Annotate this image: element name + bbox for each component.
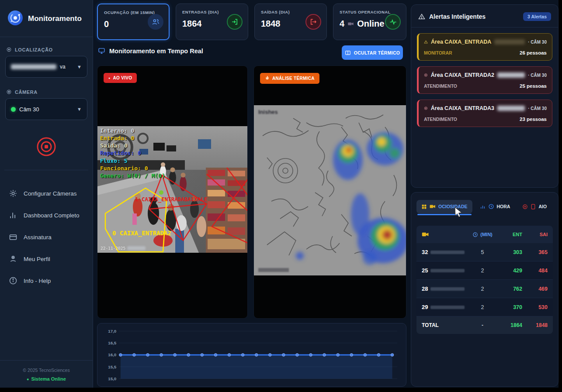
stat-card-entradas[interactable]: ENTRADAS (DIA) 1864 — [176, 3, 248, 40]
y-tick-label: 16,5 — [108, 340, 116, 345]
idleness-panel: OCIOSIDADE HORA AIO (MIN) ENT SAI 32 — [411, 192, 559, 387]
data-point — [323, 354, 326, 357]
sidebar-item-configurar-cameras[interactable]: Configurar Câmeras — [0, 182, 93, 204]
copyright-text: © 2025 TecnoSciences — [0, 368, 93, 373]
alert-status: MONITORAR — [424, 50, 452, 55]
user-icon — [9, 254, 17, 263]
data-point — [119, 354, 122, 357]
table-row[interactable]: 25 2 429 484 — [416, 261, 553, 280]
stat-card-ocupacao[interactable]: OCUPAÇÃO (EM 15MIN) 0 — [97, 3, 170, 40]
y-tick-label: 15,5 — [108, 364, 116, 369]
thermal-scene — [254, 105, 406, 275]
camera-number: 32 — [422, 249, 428, 255]
alert-people-count: 26 pessoas — [520, 50, 547, 55]
screen-edge — [0, 388, 562, 392]
y-tick-label: 17,0 — [108, 329, 116, 334]
total-ent: 1864 — [495, 322, 522, 328]
thermal-overlay-text: Inishes — [258, 109, 278, 115]
sidebar: Monitoramento LOCALIZAÇÃO va ▼ CÂMERA Câ… — [0, 0, 93, 388]
data-point — [337, 354, 340, 357]
alert-item-caixa-entrada2[interactable]: Área CAIXA_ENTRADA2 · CÂM 30 ATENDIMENTO… — [417, 66, 552, 94]
alert-people-count: 23 pessoas — [520, 117, 547, 122]
y-tick-label: 15,0 — [108, 376, 116, 381]
col-header-min: (MIN) — [480, 232, 493, 237]
data-point — [350, 354, 353, 357]
cell-ent: 303 — [495, 249, 522, 255]
live-video-frame: 0 CAIXA_ENTRADA2 1 CAIXA_ENTRADABAIXALE … — [97, 126, 247, 253]
location-pin-icon — [6, 47, 12, 52]
record-target-icon — [35, 135, 58, 158]
data-point — [187, 354, 190, 357]
data-point — [173, 354, 177, 357]
live-badge: AO VIVO — [104, 73, 137, 83]
sidebar-item-label: Configurar Câmeras — [24, 190, 77, 197]
stat-card-status[interactable]: STATUS OPERACIONAL 4 Online — [333, 3, 406, 40]
redacted-text — [430, 306, 465, 309]
credit-card-icon — [9, 233, 17, 241]
data-point — [377, 354, 380, 357]
table-row[interactable]: 32 5 303 365 — [416, 243, 553, 261]
osd-line: Entrada: 0 — [100, 134, 165, 142]
sidebar-item-meu-perfil[interactable]: Meu Perfil — [0, 248, 93, 270]
grid-icon — [421, 204, 427, 210]
activity-icon — [385, 14, 401, 30]
camera-label: CÂMERA — [6, 89, 87, 95]
y-tick-label: 16,0 — [108, 352, 116, 357]
sidebar-footer: © 2025 TecnoSciences Sistema Online — [0, 360, 93, 382]
live-video-panel[interactable]: AO VIVO — [97, 65, 248, 319]
data-point — [133, 354, 136, 357]
osd-line: Fluxo: 5 — [100, 157, 165, 165]
flame-icon — [265, 76, 270, 81]
brand-logo-icon — [7, 10, 24, 28]
sidebar-item-dashboard-completo[interactable]: Dashboard Completo — [0, 204, 93, 226]
camera-select[interactable]: Câm 30 ▼ — [5, 98, 87, 120]
alerts-count-badge: 3 Alertas — [523, 12, 551, 21]
tab-aio[interactable]: AIO — [517, 200, 552, 213]
location-select[interactable]: va ▼ — [5, 56, 87, 78]
data-point — [282, 354, 285, 357]
osd-line: Funcionario: 0 — [100, 165, 165, 172]
stat-label: STATUS OPERACIONAL — [340, 10, 400, 14]
record-button[interactable] — [35, 135, 58, 158]
redacted-text — [497, 72, 525, 78]
app-title: Monitoramento — [28, 14, 82, 23]
sidebar-item-info-help[interactable]: Info - Help — [0, 270, 93, 292]
data-point — [201, 354, 204, 357]
alert-triangle-icon — [424, 39, 428, 45]
idleness-table: (MIN) ENT SAI 32 5 303 365 25 2 429 484 … — [416, 226, 553, 334]
redacted-location-text — [11, 64, 56, 69]
table-total-row: TOTAL - 1864 1848 — [416, 316, 553, 334]
stat-card-saidas[interactable]: SAÍDAS (DIA) 1848 — [254, 3, 327, 40]
alert-item-caixa-entrada3[interactable]: Área CAIXA_ENTRADA3 · CÂM 30 ATENDIMENTO… — [417, 100, 552, 127]
sidebar-divider — [4, 170, 88, 170]
alerts-title: Alertas Inteligentes — [429, 13, 486, 20]
tab-hora[interactable]: HORA — [475, 199, 515, 213]
redacted-time — [127, 246, 146, 250]
system-status: Sistema Online — [0, 376, 93, 382]
clock-icon — [488, 203, 494, 210]
osd-line: Saida: 0 — [100, 142, 165, 149]
data-point — [309, 354, 312, 357]
screen-edge — [559, 0, 562, 392]
chevron-down-icon: ▼ — [77, 64, 82, 69]
sidebar-item-label: Info - Help — [24, 278, 51, 284]
gear-icon — [9, 189, 17, 198]
camera-number: 28 — [422, 285, 428, 292]
sidebar-item-label: Dashboard Completo — [24, 212, 80, 219]
table-row[interactable]: 28 2 762 469 — [416, 280, 553, 298]
data-point — [146, 354, 149, 357]
cell-sai: 469 — [522, 286, 548, 292]
alert-item-caixa-entrada[interactable]: Área CAIXA_ENTRADA · CÂM 30 MONITORAR 26… — [417, 33, 552, 61]
location-label: LOCALIZAÇÃO — [6, 47, 87, 52]
sidebar-item-label: Meu Perfil — [24, 256, 50, 262]
thermal-video-panel[interactable]: ANÁLISE TÉRMICA — [253, 65, 406, 319]
data-point — [364, 354, 367, 357]
sidebar-item-assinatura[interactable]: Assinatura — [0, 226, 93, 248]
info-icon — [9, 276, 17, 285]
cell-min: 2 — [470, 304, 495, 310]
table-row[interactable]: 29 2 370 530 — [416, 298, 553, 316]
tab-label: HORA — [497, 204, 510, 209]
hide-thermal-button[interactable]: OCULTAR TÉRMICO — [342, 45, 403, 60]
alert-circle-icon — [522, 204, 528, 210]
total-sai: 1848 — [522, 322, 548, 328]
